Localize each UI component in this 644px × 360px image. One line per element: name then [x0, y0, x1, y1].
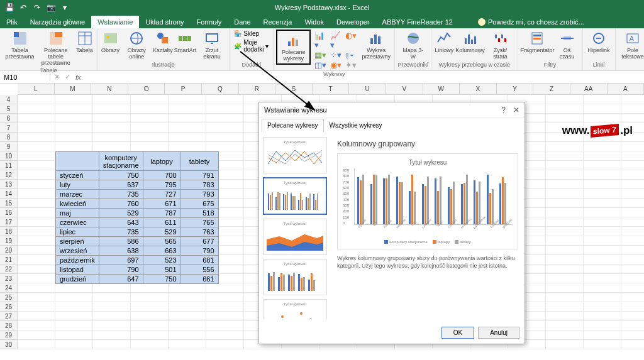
table-row-header[interactable]: luty: [56, 180, 99, 190]
cell[interactable]: [584, 217, 621, 227]
cell[interactable]: [206, 330, 244, 340]
cell[interactable]: [584, 330, 621, 340]
cell[interactable]: [584, 236, 621, 246]
table-row-header[interactable]: kwiecień: [56, 199, 99, 209]
col-header[interactable]: N: [91, 84, 128, 94]
cell[interactable]: [169, 142, 206, 151]
table-cell[interactable]: 661: [180, 275, 218, 284]
row-header[interactable]: 4: [0, 95, 17, 104]
cell[interactable]: [584, 170, 621, 180]
tab-abbyy[interactable]: ABBYY FineReader 12: [376, 16, 459, 28]
cell[interactable]: [206, 293, 244, 302]
cell[interactable]: [584, 227, 621, 236]
cell[interactable]: [206, 302, 244, 312]
cell[interactable]: [93, 321, 131, 330]
cell[interactable]: [93, 142, 131, 151]
cell[interactable]: [206, 312, 244, 321]
cell[interactable]: [584, 161, 621, 170]
sparkline-line-button[interactable]: Liniowy: [434, 30, 455, 55]
cell[interactable]: [621, 199, 644, 208]
cell[interactable]: [131, 95, 169, 104]
cell[interactable]: [18, 217, 55, 227]
cell[interactable]: [169, 114, 206, 123]
cell[interactable]: [621, 246, 644, 255]
cell[interactable]: [93, 312, 131, 321]
row-header[interactable]: 20: [0, 246, 17, 255]
cell[interactable]: [546, 142, 584, 151]
cell[interactable]: [131, 133, 169, 142]
row-header[interactable]: 25: [0, 293, 17, 302]
cell[interactable]: [584, 142, 621, 151]
tab-uklad-strony[interactable]: Układ strony: [139, 16, 190, 28]
table-cell[interactable]: 760: [99, 199, 143, 209]
cell[interactable]: [546, 95, 584, 104]
cell[interactable]: [546, 330, 584, 340]
redo-icon[interactable]: ↷: [31, 2, 43, 13]
table-row-header[interactable]: lipiec: [56, 227, 99, 237]
cell[interactable]: [55, 283, 93, 293]
tab-deweloper[interactable]: Deweloper: [330, 16, 376, 28]
row-header[interactable]: 21: [0, 255, 17, 265]
cell[interactable]: [621, 255, 644, 265]
cell[interactable]: [546, 321, 584, 330]
cell[interactable]: [546, 151, 584, 161]
cell[interactable]: [18, 340, 55, 349]
table-cell[interactable]: 671: [143, 199, 180, 209]
stock-chart-icon[interactable]: ⫿▾: [345, 50, 354, 60]
row-header[interactable]: 15: [0, 199, 17, 208]
cell[interactable]: [18, 283, 55, 293]
cell[interactable]: [546, 293, 584, 302]
cell[interactable]: [621, 265, 644, 274]
cell[interactable]: [93, 104, 131, 114]
chart-thumb-scatter[interactable]: Tytuł wykresu: [263, 299, 327, 319]
cell[interactable]: [18, 142, 55, 151]
cell[interactable]: [621, 217, 644, 227]
cell[interactable]: [546, 208, 584, 217]
table-cell[interactable]: 783: [180, 180, 218, 190]
row-header[interactable]: 10: [0, 151, 17, 161]
pie-chart-icon[interactable]: ◐▾: [345, 31, 357, 50]
tab-dane[interactable]: Dane: [228, 16, 257, 28]
row-header[interactable]: 23: [0, 274, 17, 283]
table-row-header[interactable]: październik: [56, 256, 99, 265]
cell[interactable]: [93, 330, 131, 340]
row-header[interactable]: 7: [0, 123, 17, 133]
row-header[interactable]: 28: [0, 321, 17, 330]
row-header[interactable]: 6: [0, 114, 17, 123]
recommended-pivot-button[interactable]: Polecane tabele przestawne: [38, 30, 73, 67]
cell[interactable]: [584, 180, 621, 189]
table-cell[interactable]: 681: [180, 256, 218, 265]
dialog-close-icon[interactable]: ✕: [513, 106, 519, 114]
cell[interactable]: [131, 114, 169, 123]
table-cell[interactable]: 727: [143, 190, 180, 199]
cell[interactable]: [169, 283, 206, 293]
cell[interactable]: [621, 236, 644, 246]
cell[interactable]: [621, 283, 644, 293]
cell[interactable]: [18, 330, 55, 340]
cell[interactable]: [621, 142, 644, 151]
row-header[interactable]: 24: [0, 283, 17, 293]
cell[interactable]: [169, 95, 206, 104]
cell[interactable]: [584, 293, 621, 302]
dialog-titlebar[interactable]: Wstawianie wykresu ? ✕: [259, 102, 525, 117]
table-cell[interactable]: 643: [99, 218, 143, 227]
cell[interactable]: [621, 95, 644, 104]
table-header[interactable]: laptopy: [143, 152, 180, 171]
recommended-charts-button[interactable]: Polecane wykresy: [278, 31, 309, 63]
table-cell[interactable]: 647: [99, 275, 143, 284]
cell[interactable]: [18, 265, 55, 274]
cell[interactable]: [621, 208, 644, 217]
cell[interactable]: [621, 151, 644, 161]
col-header[interactable]: S: [275, 84, 313, 94]
shapes-button[interactable]: Kształty: [153, 30, 173, 55]
cell[interactable]: [584, 274, 621, 283]
cell[interactable]: [55, 330, 93, 340]
cell[interactable]: [584, 302, 621, 312]
chart-thumb-clustered-column[interactable]: Tytuł wykresu: [263, 177, 327, 215]
qat-more-icon[interactable]: ▾: [59, 2, 70, 13]
row-header[interactable]: 29: [0, 330, 17, 340]
3d-map-button[interactable]: Mapa 3-W: [397, 30, 428, 61]
save-icon[interactable]: 💾: [4, 2, 15, 13]
cell[interactable]: [621, 161, 644, 170]
cell[interactable]: [169, 340, 206, 349]
